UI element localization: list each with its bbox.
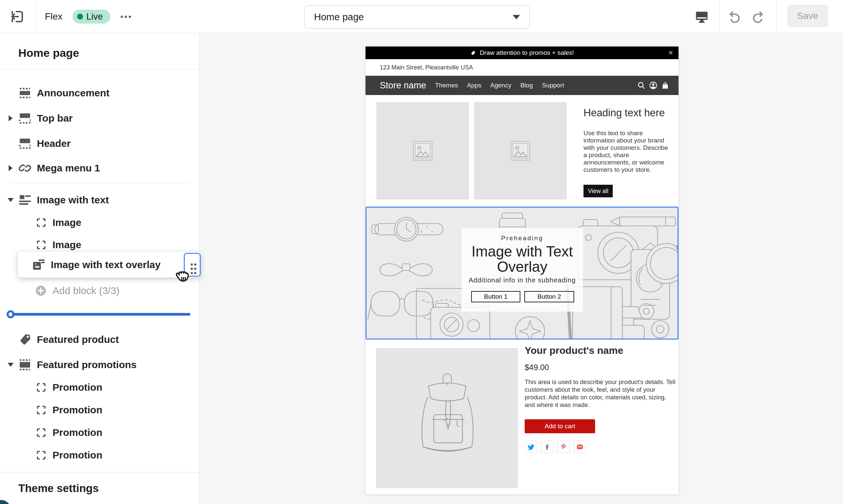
picture-placeholder-icon xyxy=(412,140,433,161)
nav-link-support[interactable]: Support xyxy=(542,82,564,89)
promotions-icon xyxy=(18,358,32,372)
live-dot-icon xyxy=(77,14,83,20)
email-icon xyxy=(576,443,584,451)
overlay-button-1[interactable]: Button 1 xyxy=(471,291,520,302)
more-actions-button[interactable]: ••• xyxy=(120,0,132,33)
image-placeholder-1[interactable] xyxy=(376,102,469,199)
backpack-illustration xyxy=(402,363,492,473)
sidebar-item-label: Top bar xyxy=(37,113,73,124)
plus-circle-icon xyxy=(35,284,47,297)
sidebar-item-mega-menu[interactable]: Mega menu 1 xyxy=(0,158,199,178)
exit-icon xyxy=(9,8,25,24)
cart-bag-icon[interactable] xyxy=(661,81,670,90)
account-icon[interactable] xyxy=(649,81,658,90)
sections-sidebar: Home page Announcement Top bar Header Me… xyxy=(0,33,199,504)
sidebar-item-image-block-1[interactable]: Image xyxy=(0,212,199,233)
sidebar-item-promotion-1[interactable]: Promotion xyxy=(0,377,199,398)
overlay-heading: Image with Text Overlay xyxy=(462,244,583,274)
theme-name: Flex xyxy=(45,0,62,33)
announcement-close-button[interactable]: ✕ xyxy=(668,47,673,59)
sidebar-item-label: Mega menu 1 xyxy=(37,162,100,174)
add-block-button[interactable]: Add block (3/3) xyxy=(0,281,199,301)
sidebar-item-label: Promotion xyxy=(53,404,102,416)
tag-icon xyxy=(470,50,476,56)
sidebar-item-promotion-4[interactable]: Promotion xyxy=(0,445,199,466)
sidebar-item-label: Promotion xyxy=(53,427,102,438)
sidebar-item-top-bar[interactable]: Top bar xyxy=(0,108,199,129)
divider xyxy=(719,0,719,33)
drop-indicator-line xyxy=(12,313,191,316)
sidebar-item-featured-promotions[interactable]: Featured promotions xyxy=(0,355,199,375)
sidebar-item-label: Image xyxy=(53,217,82,228)
view-all-button[interactable]: View all xyxy=(584,185,613,197)
facebook-share-button[interactable] xyxy=(541,440,554,453)
page-selector-dropdown[interactable]: Home page xyxy=(304,5,530,29)
nav-link-apps[interactable]: Apps xyxy=(467,82,481,89)
twitter-icon xyxy=(527,443,535,451)
exit-editor-button[interactable] xyxy=(9,8,25,24)
social-share-buttons xyxy=(525,440,586,453)
sidebar-item-image-with-text[interactable]: Image with text xyxy=(0,190,199,210)
save-button[interactable]: Save xyxy=(787,5,828,27)
product-price: $49.00 xyxy=(525,363,549,372)
caret-right-icon[interactable] xyxy=(8,165,13,171)
theme-settings-button[interactable]: Theme settings xyxy=(0,472,199,504)
caret-right-icon[interactable] xyxy=(8,115,13,121)
desktop-preview-button[interactable] xyxy=(695,9,709,24)
caret-down-icon[interactable] xyxy=(8,363,14,367)
monitor-icon xyxy=(695,9,709,24)
pinterest-share-button[interactable] xyxy=(557,440,570,453)
sidebar-item-label: Featured promotions xyxy=(37,359,137,371)
frame-icon xyxy=(35,404,47,416)
frame-icon xyxy=(35,427,47,438)
store-name-link[interactable]: Store name xyxy=(380,80,426,91)
image-placeholder-2[interactable] xyxy=(474,102,567,199)
sidebar-item-label: Header xyxy=(37,138,71,149)
product-image-placeholder[interactable] xyxy=(376,348,518,488)
chevron-down-icon xyxy=(513,15,520,19)
image-with-text-icon xyxy=(18,193,32,207)
divider xyxy=(0,69,199,69)
add-to-cart-button[interactable]: Add to cart xyxy=(525,419,595,433)
email-share-button[interactable] xyxy=(574,440,586,453)
intro-heading: Heading text here xyxy=(584,107,672,119)
overlay-buttons: Button 1 Button 2 xyxy=(471,291,574,302)
search-icon[interactable] xyxy=(636,81,646,90)
tag-icon xyxy=(18,332,32,347)
theme-settings-label: Theme settings xyxy=(18,482,99,495)
image-with-text-overlay-icon xyxy=(31,257,46,272)
facebook-icon xyxy=(544,443,551,451)
sidebar-item-label: Promotion xyxy=(53,450,102,461)
sidebar-item-announcement[interactable]: Announcement xyxy=(0,83,199,103)
picture-placeholder-icon xyxy=(510,140,531,161)
divider xyxy=(10,183,190,183)
undo-icon xyxy=(727,9,742,24)
undo-button[interactable] xyxy=(727,9,742,24)
store-navbar: Store name Themes Apps Agency Blog Suppo… xyxy=(365,76,679,95)
announcement-bar[interactable]: Draw attention to promos + sales! ✕ xyxy=(365,47,679,59)
twitter-share-button[interactable] xyxy=(525,440,537,453)
overlay-button-2[interactable]: Button 2 xyxy=(524,291,574,302)
product-name: Your product's name xyxy=(525,345,623,356)
sidebar-item-promotion-2[interactable]: Promotion xyxy=(0,400,199,420)
sidebar-item-promotion-3[interactable]: Promotion xyxy=(0,422,199,443)
nav-link-agency[interactable]: Agency xyxy=(490,82,512,89)
image-with-text-copy: Heading text here Use this text to share… xyxy=(584,107,672,197)
section-icon xyxy=(18,136,32,151)
image-with-text-overlay-section[interactable]: Preheading Image with Text Overlay Addit… xyxy=(365,206,679,340)
divider xyxy=(36,0,36,33)
nav-link-themes[interactable]: Themes xyxy=(435,82,458,89)
store-address: 123 Main Street, Pleasantville USA xyxy=(380,59,473,76)
redo-button[interactable] xyxy=(751,9,766,24)
sidebar-item-label: Featured product xyxy=(37,334,119,345)
link-icon xyxy=(18,161,32,176)
product-description: This area is used to describe your produ… xyxy=(525,378,677,409)
sidebar-item-header[interactable]: Header xyxy=(0,133,199,154)
nav-link-blog[interactable]: Blog xyxy=(520,82,533,89)
announcement-text: Draw attention to promos + sales! xyxy=(480,49,574,56)
page-selector-value: Home page xyxy=(314,12,513,23)
caret-down-icon[interactable] xyxy=(8,198,14,202)
frame-icon xyxy=(35,449,47,461)
sidebar-page-title: Home page xyxy=(18,47,79,59)
sidebar-item-featured-product[interactable]: Featured product xyxy=(0,329,199,350)
